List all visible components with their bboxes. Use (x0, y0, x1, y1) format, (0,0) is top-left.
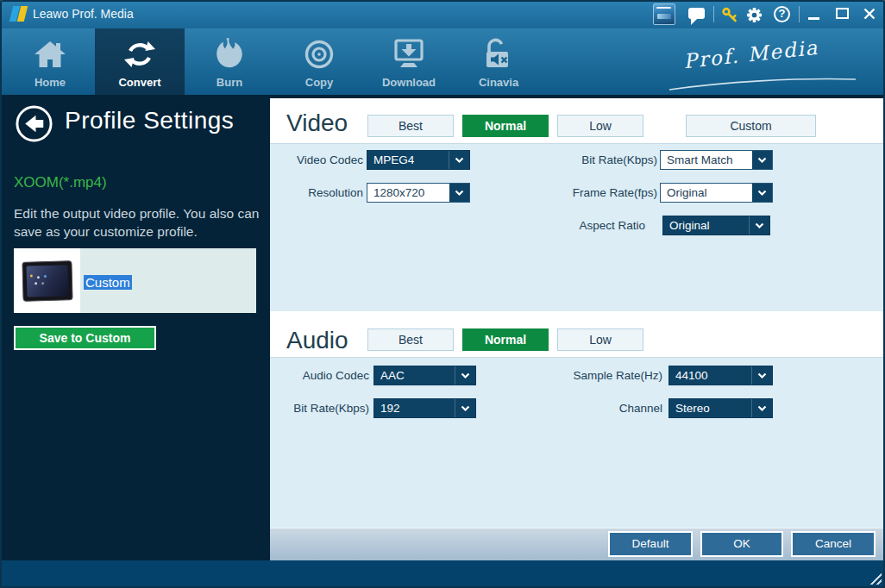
home-icon (5, 36, 95, 72)
promo-banner-icon[interactable] (653, 3, 675, 25)
sample-rate-label: Sample Rate(Hz) (529, 366, 662, 385)
audio-quality-best-button[interactable]: Best (367, 328, 454, 351)
resize-grip[interactable] (868, 571, 882, 585)
titlebar-separator (713, 6, 714, 22)
audio-bitrate-dropdown[interactable]: 192 (373, 398, 476, 418)
chevron-down-icon (749, 216, 769, 235)
tablet-image (22, 260, 72, 302)
tab-burn[interactable]: Burn (185, 28, 274, 95)
sample-rate-dropdown[interactable]: 44100 (668, 366, 773, 385)
video-bitrate-dropdown[interactable]: Smart Match (660, 150, 773, 170)
custom-profile-item[interactable]: Custom (14, 248, 256, 313)
video-bitrate-label: Bit Rate(Kbps) (529, 150, 657, 170)
profile-thumbnail-cell (14, 248, 80, 313)
download-icon (364, 36, 454, 72)
aspect-ratio-dropdown[interactable]: Original (662, 216, 770, 235)
page-title: Profile Settings (65, 107, 234, 134)
settings-panel: Video Best Normal Low Custom Video Codec… (270, 98, 883, 560)
close-button[interactable] (863, 7, 876, 21)
default-button[interactable]: Default (608, 531, 693, 557)
chevron-down-icon (751, 399, 772, 417)
convert-icon (95, 36, 185, 72)
chevron-down-icon (455, 366, 475, 385)
titlebar-separator (799, 6, 800, 22)
titlebar: Leawo Prof. Media ? (0, 0, 885, 28)
tab-convert[interactable]: Convert (95, 28, 185, 95)
chevron-down-icon (455, 399, 475, 417)
profile-description: Edit the output video profile. You also … (14, 204, 259, 241)
resolution-label: Resolution (270, 183, 363, 203)
framerate-dropdown[interactable]: Original (660, 183, 773, 203)
tab-cinavia[interactable]: Cinavia (454, 28, 543, 95)
chevron-down-icon (751, 366, 772, 385)
profile-description-line1: Edit the output video profile. You also … (14, 204, 259, 222)
channel-label: Channel (529, 398, 662, 418)
app-logo-icon (9, 5, 28, 22)
framerate-label: Frame Rate(fps) (529, 183, 657, 203)
audio-quality-normal-button[interactable]: Normal (462, 328, 549, 351)
nav-bar: Home Convert Burn Copy Download (0, 28, 885, 95)
audio-codec-dropdown[interactable]: AAC (373, 366, 476, 385)
help-icon[interactable]: ? (774, 6, 790, 22)
profile-description-line2: save as your customize profile. (14, 222, 259, 241)
chevron-down-icon (752, 184, 772, 202)
brand-script: Prof. Media (664, 39, 863, 92)
video-quality-best-button[interactable]: Best (367, 115, 454, 137)
copy-disc-icon (274, 36, 364, 72)
audio-section-title: Audio (286, 327, 348, 354)
burn-flame-icon (185, 36, 274, 72)
video-codec-label: Video Codec (270, 150, 363, 170)
register-key-icon[interactable] (721, 6, 738, 23)
tab-home[interactable]: Home (5, 28, 95, 95)
channel-dropdown[interactable]: Stereo (668, 398, 773, 418)
video-quality-low-button[interactable]: Low (557, 115, 643, 137)
audio-codec-label: Audio Codec (270, 366, 369, 385)
video-codec-dropdown[interactable]: MPEG4 (367, 150, 470, 170)
resolution-dropdown[interactable]: 1280x720 (367, 183, 470, 203)
app-window: Leawo Prof. Media ? Home Convert (0, 0, 885, 588)
cinavia-lock-icon (454, 36, 543, 72)
window-title: Leawo Prof. Media (33, 0, 134, 28)
back-button[interactable] (15, 104, 53, 143)
feedback-chat-icon[interactable] (688, 8, 705, 19)
tab-copy[interactable]: Copy (274, 28, 364, 95)
chevron-down-icon (449, 151, 469, 169)
settings-gear-icon[interactable] (745, 6, 763, 23)
audio-quality-low-button[interactable]: Low (557, 328, 643, 351)
status-bar (0, 560, 885, 588)
chevron-down-icon (752, 151, 772, 169)
profile-rename-input[interactable]: Custom (84, 275, 132, 290)
profile-name: XOOM(*.mp4) (14, 174, 107, 191)
video-quality-normal-button[interactable]: Normal (462, 115, 549, 137)
maximize-button[interactable] (836, 8, 849, 19)
video-quality-custom-button[interactable]: Custom (686, 115, 816, 137)
audio-bitrate-label: Bit Rate(Kbps) (270, 398, 369, 418)
minimize-button[interactable] (807, 7, 820, 21)
aspect-ratio-label: Aspect Ratio (529, 216, 645, 235)
brand-swoosh (664, 77, 863, 92)
cancel-button[interactable]: Cancel (791, 531, 876, 557)
save-to-custom-button[interactable]: Save to Custom (14, 326, 156, 350)
video-section-title: Video (286, 109, 348, 137)
tab-download[interactable]: Download (364, 28, 454, 95)
ok-button[interactable]: OK (700, 531, 783, 557)
chevron-down-icon (449, 184, 469, 202)
sidebar: Profile Settings XOOM(*.mp4) Edit the ou… (0, 95, 270, 560)
